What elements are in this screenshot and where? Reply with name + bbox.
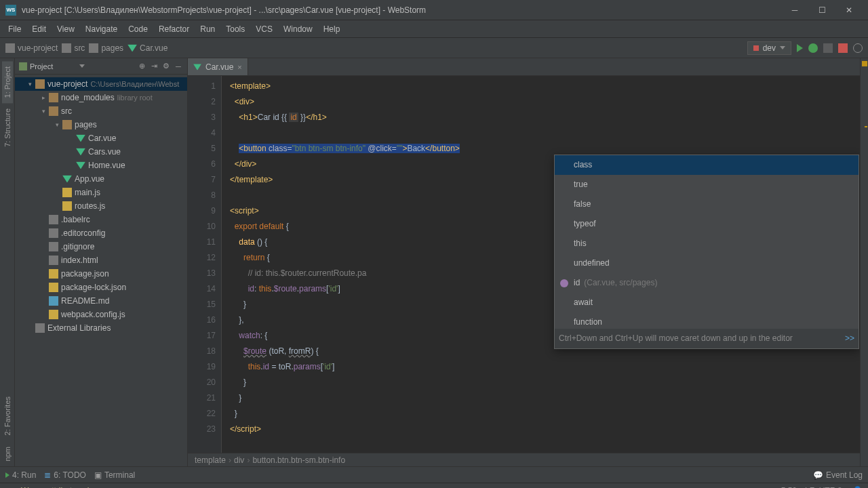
tree-item[interactable]: .babelrc [15,213,187,226]
npm-icon [753,45,759,51]
tool-tab-run[interactable]: 4: Run [5,470,36,480]
completion-item[interactable]: typeof [555,214,859,234]
error-mark-icon[interactable] [865,126,867,127]
menu-help[interactable]: Help [318,22,346,37]
tool-tab-todo[interactable]: ≣6: TODO [44,470,86,480]
crumb-template[interactable]: template [195,455,226,465]
crumb-button[interactable]: button.btn.btn-sm.btn-info [252,455,345,465]
crumb-div[interactable]: div [234,455,244,465]
titlebar: WS vue-project [C:\Users\Владилен\Websto… [0,0,868,20]
hide-icon[interactable]: ─ [174,62,183,71]
menu-view[interactable]: View [52,22,80,37]
menu-edit[interactable]: Edit [26,22,52,37]
locate-icon[interactable]: ⊕ [137,62,146,71]
run-configuration-select[interactable]: dev [747,41,791,55]
menu-navigate[interactable]: Navigate [80,22,123,37]
left-tool-strip: 1: Project 7: Structure 2: Favorites npm [0,58,15,466]
tree-item[interactable]: ▾pages [15,118,187,131]
completion-item[interactable]: id(Car.vue, src/pages) [555,273,859,293]
minimize-button[interactable]: ─ [781,1,808,20]
menu-code[interactable]: Code [123,22,153,37]
tab-label: Car.vue [205,62,233,72]
completion-footer-link[interactable]: >> [845,331,854,346]
tree-item[interactable]: .editorconfig [15,226,187,240]
tool-tab-favorites[interactable]: 2: Favorites [2,391,13,441]
completion-item[interactable]: function [555,312,859,329]
close-tab-icon[interactable]: × [237,63,241,71]
tree-item[interactable]: main.js [15,186,187,199]
warning-indicator-icon [862,61,867,66]
folder-icon [62,43,71,53]
error-stripe[interactable] [860,58,868,466]
gutter: 1234567891011121314151617181920212223 [188,76,222,453]
crumb-project[interactable]: vue-project [5,43,58,53]
tree-item[interactable]: Car.vue [15,131,187,145]
completion-item[interactable]: true [555,175,859,195]
tree-item[interactable]: ▸node_moduleslibrary root [15,91,187,104]
crumb-file[interactable]: Car.vue [127,43,167,53]
menu-run[interactable]: Run [195,22,220,37]
stop-button[interactable] [823,43,833,53]
project-icon [19,62,27,70]
tool-tab-structure[interactable]: 7: Structure [2,103,13,152]
menu-tools[interactable]: Tools [220,22,250,37]
tree-item[interactable]: External Libraries [15,321,187,335]
collapse-icon[interactable]: ⇥ [149,62,159,71]
run-button[interactable] [797,44,803,52]
terminal-icon: ▣ [94,470,102,480]
tree-item[interactable]: README.md [15,294,187,308]
project-tree[interactable]: ▾vue-projectC:\Users\Владилен\Webst▸node… [15,75,187,466]
folder-icon [5,43,15,53]
completion-item[interactable]: await [555,293,859,312]
status-message: Wrong attribute value [21,486,98,489]
tree-item[interactable]: Cars.vue [15,145,187,159]
menu-refactor[interactable]: Refactor [153,22,195,37]
nav-breadcrumb-bar: vue-project src pages Car.vue dev [0,38,868,58]
tree-item[interactable]: webpack.config.js [15,308,187,321]
encoding[interactable]: LF: UTF-8: [805,486,844,489]
search-everywhere-button[interactable] [853,43,863,53]
menubar: File Edit View Navigate Code Refactor Ru… [0,20,868,38]
status-bar: ▣ Wrong attribute value 5:50 LF: UTF-8: … [0,483,868,488]
menu-file[interactable]: File [3,22,26,37]
completion-item[interactable]: class [555,155,859,175]
editor-body[interactable]: 1234567891011121314151617181920212223 <t… [188,76,860,453]
gear-icon[interactable]: ⚙ [161,62,171,71]
project-panel-title: Project [30,62,77,70]
completion-list[interactable]: classtruefalsetypeofthisundefinedid(Car.… [555,155,859,329]
tree-item[interactable]: ▾vue-projectC:\Users\Владилен\Webst [15,77,187,91]
completion-item[interactable]: undefined [555,253,859,273]
event-log-button[interactable]: 💬Event Log [813,470,863,480]
caret-position[interactable]: 5:50 [781,486,797,489]
completion-item[interactable]: this [555,234,859,253]
tab-car-vue[interactable]: Car.vue × [188,58,248,75]
tree-item[interactable]: package-lock.json [15,281,187,294]
tree-item[interactable]: ▾src [15,104,187,118]
editor-tabs: Car.vue × [188,58,860,76]
stop-button-2[interactable] [838,43,848,53]
completion-popup: classtruefalsetypeofthisundefinedid(Car.… [554,155,859,349]
tree-item[interactable]: routes.js [15,199,187,213]
chevron-down-icon[interactable] [79,64,85,68]
tool-tab-project[interactable]: 1: Project [2,61,13,103]
menu-window[interactable]: Window [278,22,318,37]
crumb-src[interactable]: src [62,43,85,53]
maximize-button[interactable]: ☐ [808,1,835,20]
ws-icon: WS [5,5,16,16]
tree-item[interactable]: index.html [15,253,187,267]
window-icon[interactable]: ▣ [5,486,13,489]
debug-button[interactable] [808,43,818,53]
editor-area: Car.vue × 123456789101112131415161718192… [188,58,860,466]
tree-item[interactable]: Home.vue [15,159,187,172]
tool-tab-terminal[interactable]: ▣Terminal [94,470,135,480]
inspector-icon[interactable]: 👤 [852,486,863,489]
tool-tab-npm[interactable]: npm [2,441,13,466]
close-button[interactable]: ✕ [835,1,863,20]
tree-item[interactable]: package.json [15,267,187,281]
crumb-pages[interactable]: pages [89,43,123,53]
tree-item[interactable]: App.vue [15,172,187,186]
tree-item[interactable]: .gitignore [15,240,187,253]
menu-vcs[interactable]: VCS [250,22,278,37]
completion-item[interactable]: false [555,195,859,214]
folder-icon [89,43,98,53]
